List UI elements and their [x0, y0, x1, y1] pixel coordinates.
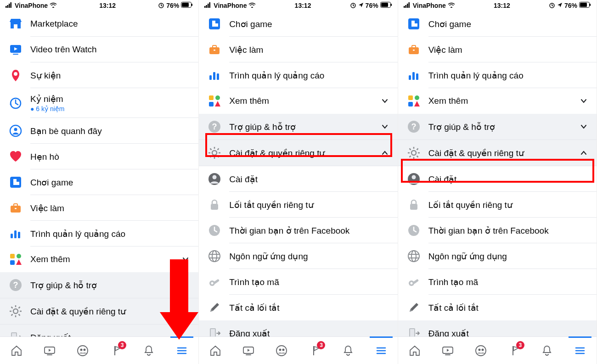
- menu-label: Trình quản lý quảng cáo: [428, 70, 588, 81]
- menu-label: Việc làm: [229, 45, 389, 55]
- help-icon: ?: [207, 119, 222, 134]
- nav-bell-icon[interactable]: [540, 344, 554, 358]
- clock: 13:12: [295, 2, 311, 9]
- menu-item-events[interactable]: Sự kiện: [0, 62, 198, 88]
- subitem-time[interactable]: Thời gian bạn ở trên Facebook: [398, 218, 597, 243]
- gear-icon: [207, 146, 222, 160]
- svg-point-137: [411, 251, 416, 262]
- svg-rect-92: [211, 329, 215, 336]
- nav-menu-icon[interactable]: [374, 344, 388, 358]
- sub-label: Lối tắt quyền riêng tư: [229, 200, 389, 210]
- subitem-cai-dat[interactable]: Cài đặt: [398, 166, 597, 192]
- nav-bell-icon[interactable]: [142, 344, 156, 358]
- menu-item-jobs[interactable]: Việc làm: [199, 37, 397, 62]
- menu-item-nearby[interactable]: Bạn bè quanh đây: [0, 118, 198, 144]
- svg-point-42: [78, 346, 88, 356]
- section-help[interactable]: ? Trợ giúp & hỗ trợ: [199, 114, 397, 140]
- menu-item-marketplace[interactable]: Marketplace: [0, 11, 198, 37]
- sub-label: Tất cả lối tắt: [428, 302, 588, 313]
- subitem-time[interactable]: Thời gian bạn ở trên Facebook: [199, 218, 397, 243]
- menu-item-seemore[interactable]: Xem thêm: [199, 88, 397, 114]
- section-label: Đăng xuất: [229, 328, 389, 337]
- svg-rect-109: [580, 3, 587, 7]
- section-label: Trợ giúp & hỗ trợ: [428, 122, 572, 132]
- svg-rect-134: [410, 204, 417, 210]
- seemore-icon: [207, 94, 222, 108]
- subitem-privacy-shortcuts[interactable]: Lối tắt quyền riêng tư: [398, 192, 597, 218]
- svg-rect-11: [13, 54, 18, 55]
- subitem-language[interactable]: Ngôn ngữ ứng dụng: [398, 243, 597, 269]
- svg-rect-38: [12, 333, 16, 336]
- menu-label: Việc làm: [428, 45, 588, 55]
- menu-label: Xem thêm: [229, 96, 372, 106]
- nav-groups-icon[interactable]: [275, 344, 288, 358]
- svg-line-77: [218, 156, 219, 157]
- nav-home-icon[interactable]: [408, 344, 422, 358]
- help-icon: ?: [406, 119, 421, 134]
- menu-item-seemore[interactable]: Xem thêm: [0, 246, 198, 272]
- menu-item-ads[interactable]: Trình quản lý quảng cáo: [0, 221, 198, 246]
- nav-pages-icon[interactable]: 3: [507, 344, 521, 358]
- section-help[interactable]: ? Trợ giúp & hỗ trợ: [398, 114, 597, 140]
- svg-point-89: [211, 282, 214, 285]
- nav-watch-icon[interactable]: [441, 344, 455, 358]
- nav-groups-icon[interactable]: [474, 344, 488, 358]
- svg-rect-1: [7, 5, 9, 8]
- subitem-privacy-shortcuts[interactable]: Lối tắt quyền riêng tư: [199, 192, 397, 218]
- section-settings[interactable]: Cài đặt & quyền riêng tư: [0, 298, 198, 325]
- bottom-nav: 3: [0, 336, 198, 364]
- subitem-code[interactable]: Trình tạo mã: [199, 269, 397, 295]
- nav-menu-icon[interactable]: [175, 344, 189, 358]
- svg-point-85: [212, 251, 217, 262]
- signal-icon: [404, 2, 411, 9]
- menu-item-gaming[interactable]: Chơi game: [398, 11, 597, 37]
- menu-label: Xem thêm: [30, 254, 174, 264]
- nav-home-icon[interactable]: [10, 344, 23, 358]
- menu-item-jobs[interactable]: Việc làm: [0, 195, 198, 221]
- menu-label: Chơi game: [428, 19, 588, 29]
- svg-rect-65: [217, 73, 219, 80]
- svg-point-71: [212, 151, 217, 155]
- menu-item-gaming[interactable]: Chơi game: [0, 169, 198, 195]
- menu-list: Chơi game Việc làm Trình quản lý quảng c…: [199, 11, 397, 336]
- section-help[interactable]: ? Trợ giúp & hỗ trợ: [0, 272, 198, 298]
- nav-pages-icon[interactable]: 3: [109, 344, 123, 358]
- subitem-code[interactable]: Trình tạo mã: [398, 269, 597, 295]
- nav-home-icon[interactable]: [208, 344, 222, 358]
- menu-item-ads[interactable]: Trình quản lý quảng cáo: [398, 62, 597, 88]
- menu-item-jobs[interactable]: Việc làm: [398, 37, 597, 62]
- svg-line-129: [417, 156, 418, 157]
- svg-point-148: [476, 346, 486, 356]
- menu-item-watch[interactable]: Video trên Watch: [0, 37, 198, 62]
- nav-pages-icon[interactable]: 3: [308, 344, 321, 358]
- svg-line-128: [409, 149, 411, 150]
- menu-item-ads[interactable]: Trình quản lý quảng cáo: [199, 62, 397, 88]
- subitem-cai-dat[interactable]: Cài đặt: [199, 166, 397, 192]
- menu-item-memories[interactable]: Kỷ niệm ● 6 kỷ niệm: [0, 88, 198, 118]
- menu-label: Kỷ niệm: [30, 94, 64, 104]
- nav-watch-icon[interactable]: [242, 344, 255, 358]
- subitem-shortcuts[interactable]: Tất cả lối tắt: [199, 295, 397, 320]
- subitem-language[interactable]: Ngôn ngữ ứng dụng: [199, 243, 397, 269]
- svg-rect-25: [10, 260, 15, 265]
- signal-icon: [204, 2, 212, 9]
- nav-watch-icon[interactable]: [43, 344, 56, 358]
- section-logout[interactable]: Đăng xuất: [398, 320, 597, 336]
- section-logout[interactable]: Đăng xuất: [199, 320, 397, 336]
- svg-rect-63: [209, 75, 212, 80]
- menu-item-seemore[interactable]: Xem thêm: [398, 88, 597, 114]
- wifi-icon: [248, 2, 256, 9]
- nav-groups-icon[interactable]: [76, 344, 90, 358]
- menu-item-dating[interactable]: Hẹn hò: [0, 144, 198, 169]
- nav-bell-icon[interactable]: [341, 344, 355, 358]
- wifi-icon: [50, 2, 57, 9]
- section-logout[interactable]: Đăng xuất: [0, 325, 198, 336]
- section-settings[interactable]: Cài đặt & quyền riêng tư: [398, 140, 597, 166]
- battery-label: 76%: [166, 2, 179, 9]
- menu-item-gaming[interactable]: Chơi game: [199, 11, 397, 37]
- gaming-icon: [406, 17, 421, 31]
- logout-icon: [406, 326, 421, 336]
- section-settings[interactable]: Cài đặt & quyền riêng tư: [199, 140, 397, 166]
- subitem-shortcuts[interactable]: Tất cả lối tắt: [398, 295, 597, 320]
- nav-menu-icon[interactable]: [573, 344, 587, 358]
